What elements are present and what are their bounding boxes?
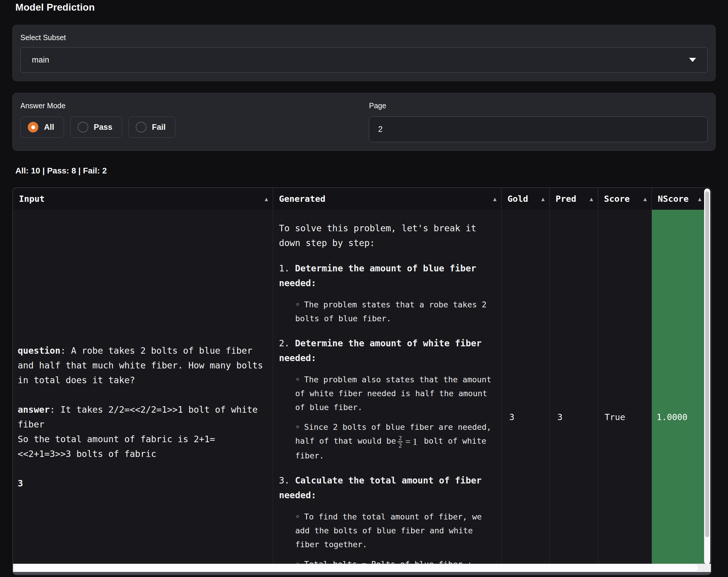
gen-intro: To solve this problem, let's break it do…: [279, 221, 494, 250]
gen-bullet: To find the total amount of fiber, we ad…: [279, 510, 494, 551]
sort-asc-icon[interactable]: ▲: [541, 196, 545, 202]
math-fraction: 22= 1: [398, 437, 417, 445]
page-label: Page: [369, 102, 708, 110]
column-header-gold[interactable]: Gold ▲: [501, 188, 550, 210]
cell-gold[interactable]: 3: [501, 210, 550, 564]
column-header-label: NScore: [658, 194, 689, 204]
column-header-pred[interactable]: Pred ▲: [550, 188, 598, 210]
gen-bullet-with-math: Since 2 bolts of blue fiber are needed, …: [279, 420, 494, 463]
pred-value: 3: [550, 412, 598, 422]
column-header-score[interactable]: Score ▲: [598, 188, 652, 210]
radio-option-pass[interactable]: Pass: [70, 116, 122, 138]
cell-score[interactable]: True: [598, 210, 652, 564]
answer-mode-group: Answer Mode All Pass Fail: [20, 102, 359, 142]
table-row: question: A robe takes 2 bolts of blue f…: [13, 210, 711, 564]
chevron-down-icon: [689, 58, 696, 62]
column-header-label: Input: [19, 194, 45, 204]
column-header-label: Gold: [508, 194, 528, 204]
vertical-scrollbar-thumb[interactable]: [705, 191, 709, 537]
column-header-generated[interactable]: Generated ▲: [273, 188, 501, 210]
table-header-row: Input ▲ Generated ▲ Gold ▲ Pred ▲ Score …: [13, 188, 711, 210]
radio-label: Fail: [152, 123, 166, 132]
page-title: Model Prediction: [15, 2, 716, 13]
radio-label: Pass: [94, 123, 112, 132]
gold-value: 3: [501, 412, 549, 422]
answer-mode-label: Answer Mode: [20, 102, 359, 110]
radio-unselected-icon: [136, 122, 147, 133]
column-header-label: Generated: [279, 194, 325, 204]
cell-input[interactable]: question: A robe takes 2 bolts of blue f…: [13, 210, 273, 564]
horizontal-scrollbar-thumb[interactable]: [14, 564, 698, 571]
table-body: question: A robe takes 2 bolts of blue f…: [13, 210, 711, 564]
column-header-label: Pred: [555, 194, 576, 204]
sort-asc-icon[interactable]: ▲: [590, 196, 593, 202]
page-input-value: 2: [378, 125, 383, 134]
gen-bullet: Total bolts = Bolts of blue fiber + Bolt…: [279, 557, 494, 564]
final-answer: 3: [18, 476, 263, 491]
gen-step-3-heading: 3. Calculate the total amount of fiber n…: [279, 473, 494, 503]
score-value: True: [598, 412, 652, 422]
subset-card: Select Subset main: [12, 25, 716, 81]
subset-select[interactable]: main: [20, 47, 708, 73]
column-header-nscore[interactable]: NScore ▲: [652, 188, 706, 210]
sort-asc-icon[interactable]: ▲: [265, 196, 268, 202]
column-header-input[interactable]: Input ▲: [13, 188, 273, 210]
radio-label: All: [44, 123, 54, 132]
cell-generated[interactable]: To solve this problem, let's break it do…: [273, 210, 501, 564]
page-field-group: Page 2: [369, 102, 708, 142]
cell-nscore[interactable]: 1.0000: [652, 210, 706, 564]
sort-asc-icon[interactable]: ▲: [493, 196, 497, 202]
vertical-scrollbar[interactable]: [704, 189, 710, 564]
question-paragraph: question: A robe takes 2 bolts of blue f…: [18, 344, 263, 388]
answer-paragraph: answer: It takes 2/2=<<2/2=1>>1 bolt of …: [18, 402, 263, 461]
results-summary: All: 10 | Pass: 8 | Fail: 2: [15, 166, 716, 175]
radio-selected-icon: [28, 122, 38, 133]
page: Model Prediction Select Subset main Answ…: [0, 2, 728, 575]
page-input[interactable]: 2: [369, 116, 708, 142]
gen-step-1-heading: 1. Determine the amount of blue fiber ne…: [279, 261, 494, 291]
horizontal-scrollbar[interactable]: [13, 564, 711, 572]
filters-card: Answer Mode All Pass Fail: [12, 93, 716, 151]
generated-markdown: To solve this problem, let's break it do…: [279, 221, 494, 564]
column-header-label: Score: [604, 194, 630, 204]
table-bottom-edge: [13, 572, 711, 575]
results-table: Input ▲ Generated ▲ Gold ▲ Pred ▲ Score …: [12, 187, 711, 575]
nscore-value: 1.0000: [652, 412, 706, 422]
radio-unselected-icon: [78, 122, 88, 133]
subset-label: Select Subset: [20, 33, 708, 42]
gen-step-2-heading: 2. Determine the amount of white fiber n…: [279, 336, 494, 365]
sort-asc-icon[interactable]: ▲: [644, 196, 647, 202]
sort-asc-icon[interactable]: ▲: [698, 196, 701, 202]
radio-option-fail[interactable]: Fail: [128, 116, 176, 138]
gen-bullet: The problem also states that the amount …: [279, 373, 494, 414]
gen-bullet: The problem states that a robe takes 2 b…: [279, 298, 494, 325]
subset-selected-value: main: [32, 55, 49, 64]
radio-option-all[interactable]: All: [20, 116, 64, 138]
cell-pred[interactable]: 3: [550, 210, 598, 564]
